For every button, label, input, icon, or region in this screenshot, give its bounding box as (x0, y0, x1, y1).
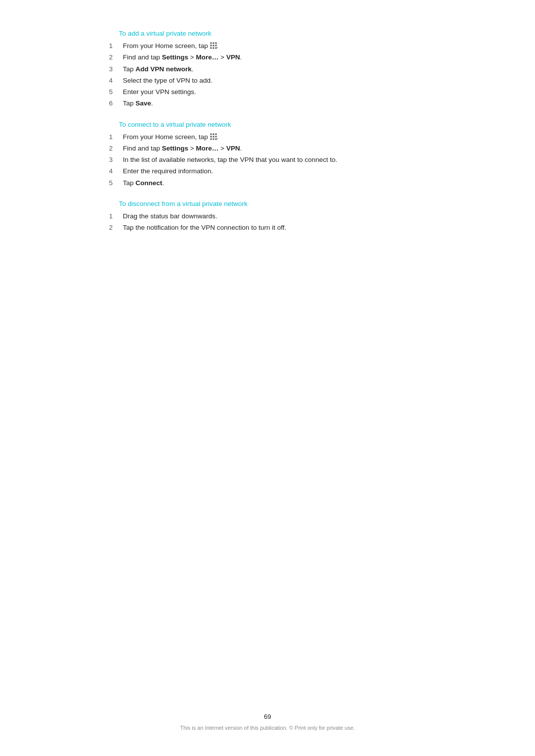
step-text: Tap the notification for the VPN connect… (123, 223, 446, 233)
apps-grid-icon (210, 42, 217, 49)
list-item: 6Tap Save. (109, 99, 446, 108)
bold-text: Connect (136, 179, 162, 187)
svg-rect-16 (213, 138, 214, 140)
svg-rect-12 (210, 136, 212, 137)
section-add-vpn: To add a virtual private network1From yo… (89, 30, 446, 109)
apps-grid-icon (210, 133, 217, 140)
step-text: Enter your VPN settings. (123, 87, 446, 97)
list-item: 1From your Home screen, tap . (109, 41, 446, 51)
step-text: From your Home screen, tap . (123, 41, 446, 51)
step-number: 6 (109, 99, 123, 108)
step-text: Select the type of VPN to add. (123, 76, 446, 86)
step-text: Tap Connect. (123, 178, 446, 188)
svg-rect-11 (215, 133, 216, 135)
step-number: 5 (109, 87, 123, 97)
section-connect-vpn: To connect to a virtual private network1… (89, 121, 446, 188)
bold-text: Save (136, 100, 152, 107)
bold-text: VPN (226, 53, 240, 61)
step-text: Drag the status bar downwards. (123, 211, 446, 221)
svg-rect-9 (210, 133, 212, 135)
svg-rect-14 (215, 136, 216, 137)
svg-rect-2 (215, 43, 216, 44)
list-item: 1Drag the status bar downwards. (109, 211, 446, 221)
list-item: 5Tap Connect. (109, 178, 446, 188)
numbered-list-disconnect-vpn: 1Drag the status bar downwards.2Tap the … (109, 211, 446, 233)
svg-rect-10 (213, 133, 214, 135)
step-number: 1 (109, 132, 123, 142)
section-title-add-vpn: To add a virtual private network (119, 30, 446, 37)
svg-rect-17 (215, 138, 216, 140)
svg-rect-8 (215, 48, 216, 49)
svg-rect-0 (210, 43, 212, 44)
svg-rect-3 (210, 45, 212, 47)
list-item: 2Find and tap Settings > More… > VPN. (109, 52, 446, 62)
numbered-list-add-vpn: 1From your Home screen, tap .2Find and t… (109, 41, 446, 109)
step-number: 5 (109, 178, 123, 188)
step-text: Find and tap Settings > More… > VPN. (123, 144, 446, 153)
list-item: 3Tap Add VPN network. (109, 64, 446, 74)
bold-text: Settings (162, 145, 188, 152)
step-number: 1 (109, 41, 123, 51)
list-item: 5Enter your VPN settings. (109, 87, 446, 97)
page-footer: 69 This is an Internet version of this p… (0, 713, 535, 731)
svg-rect-6 (210, 48, 212, 49)
list-item: 2Find and tap Settings > More… > VPN. (109, 144, 446, 153)
step-text: Tap Add VPN network. (123, 64, 446, 74)
bold-text: Settings (162, 53, 188, 61)
step-number: 1 (109, 211, 123, 221)
bold-text: Add VPN network (136, 65, 192, 73)
section-title-connect-vpn: To connect to a virtual private network (119, 121, 446, 128)
step-number: 2 (109, 223, 123, 233)
list-item: 4Enter the required information. (109, 166, 446, 176)
step-number: 2 (109, 52, 123, 62)
step-text: Tap Save. (123, 99, 446, 108)
bold-text: More… (196, 145, 218, 152)
list-item: 3In the list of available networks, tap … (109, 155, 446, 165)
step-number: 4 (109, 166, 123, 176)
step-number: 3 (109, 64, 123, 74)
step-text: Enter the required information. (123, 166, 446, 176)
list-item: 4Select the type of VPN to add. (109, 76, 446, 86)
svg-rect-7 (213, 48, 214, 49)
content-area: To add a virtual private network1From yo… (89, 30, 446, 233)
svg-rect-1 (213, 43, 214, 44)
section-title-disconnect-vpn: To disconnect from a virtual private net… (119, 200, 446, 207)
svg-rect-4 (213, 45, 214, 47)
bold-text: VPN (226, 145, 240, 152)
step-number: 4 (109, 76, 123, 86)
step-text: Find and tap Settings > More… > VPN. (123, 52, 446, 62)
svg-rect-15 (210, 138, 212, 140)
svg-rect-5 (215, 45, 216, 47)
step-number: 2 (109, 144, 123, 153)
step-number: 3 (109, 155, 123, 165)
bold-text: More… (196, 53, 218, 61)
list-item: 1From your Home screen, tap . (109, 132, 446, 142)
page-number: 69 (0, 713, 535, 720)
page-container: To add a virtual private network1From yo… (0, 0, 535, 756)
list-item: 2Tap the notification for the VPN connec… (109, 223, 446, 233)
footer-copyright: This is an Internet version of this publ… (180, 725, 355, 731)
step-text: In the list of available networks, tap t… (123, 155, 446, 165)
numbered-list-connect-vpn: 1From your Home screen, tap .2Find and t… (109, 132, 446, 188)
section-disconnect-vpn: To disconnect from a virtual private net… (89, 200, 446, 233)
step-text: From your Home screen, tap . (123, 132, 446, 142)
svg-rect-13 (213, 136, 214, 137)
